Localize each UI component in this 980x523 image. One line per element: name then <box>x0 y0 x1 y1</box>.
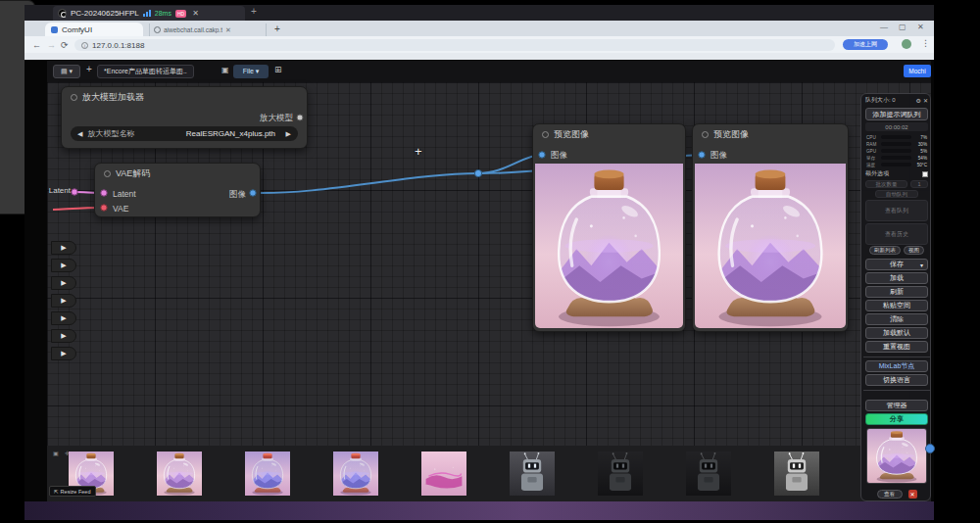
reload-icon[interactable]: ⟳ <box>61 40 69 50</box>
monitor-label: CPU <box>866 135 879 140</box>
bookmarks-strip <box>24 53 934 60</box>
collapse-dot-icon[interactable] <box>702 131 709 138</box>
site-info-icon[interactable]: i <box>81 42 88 49</box>
window-minimize-button[interactable]: — <box>880 23 888 31</box>
mixlab-nodes-button[interactable]: MixLab节点 <box>865 360 928 372</box>
next-arrow-icon[interactable]: ▶ <box>286 130 291 138</box>
refresh-button[interactable]: 刷新 <box>865 286 928 298</box>
auto-queue-label[interactable]: 自动队列 <box>875 190 918 198</box>
switch-language-button[interactable]: 切换语言 <box>865 374 928 386</box>
view-queue-panel[interactable]: 查看队列 <box>865 200 928 221</box>
feed-thumbnail[interactable] <box>686 452 731 496</box>
extra-options-row[interactable]: 额外选项 <box>865 169 928 178</box>
prev-arrow-icon[interactable]: ◀ <box>77 130 82 138</box>
refresh-list-button[interactable]: 刷新列表 <box>869 246 901 255</box>
node-preview-image-1[interactable]: 预览图像 图像 <box>532 123 686 332</box>
tab-title: aiwebchat.cail.cakp.t <box>164 26 222 33</box>
close-icon[interactable]: ✕ <box>923 97 928 104</box>
queue-prompt-button[interactable]: 添加提示词队列 <box>865 108 928 120</box>
reset-view-button[interactable]: 重置视图 <box>865 341 928 353</box>
node-vae-decode[interactable]: VAE解码 Latent VAE 图像 <box>94 163 261 217</box>
feed-thumbnail[interactable] <box>598 452 643 496</box>
mochi-badge[interactable]: Mochi <box>904 65 931 77</box>
feed-thumbnail[interactable] <box>774 452 819 496</box>
model-name-combo-widget[interactable]: ◀ 放大模型名称 RealESRGAN_x4plus.pth ▶ <box>71 126 298 141</box>
clipspace-button[interactable]: 粘贴空间 <box>865 300 928 311</box>
browser-menu-icon[interactable]: ⋮ <box>921 38 930 48</box>
hd-quality-badge[interactable]: HD <box>175 10 186 18</box>
latest-output-thumbnail[interactable] <box>866 428 927 484</box>
collapse-dot-icon[interactable] <box>71 94 77 101</box>
profile-avatar[interactable] <box>902 39 911 49</box>
save-workflow-icon[interactable]: ▣ <box>221 66 229 74</box>
clear-button[interactable]: 清除 <box>865 313 928 325</box>
widget-next-arrow[interactable]: ▶ <box>51 294 76 308</box>
back-icon[interactable]: ← <box>32 40 41 50</box>
node-upscale-model-loader[interactable]: 放大模型加载器 放大模型 ◀ 放大模型名称 RealESRGAN_x4plus.… <box>61 86 308 149</box>
chevron-down-icon[interactable]: ▾ <box>920 262 923 268</box>
gear-icon[interactable]: ⚙ <box>916 97 921 104</box>
widget-next-arrow[interactable]: ▶ <box>51 347 76 360</box>
workflow-name: *Encore产品草图转运单图.. <box>104 67 187 76</box>
collapse-dot-icon[interactable] <box>104 170 111 177</box>
layout-grid-icon[interactable]: ⊞ <box>274 65 282 74</box>
load-button[interactable]: 加载 <box>865 272 928 284</box>
preview-image-jar[interactable] <box>535 164 683 328</box>
queue-size-label: 队列大小: 0 <box>865 96 896 105</box>
node-preview-image-2[interactable]: 预览图像 图像 <box>692 123 849 332</box>
window-close-button[interactable]: ✕ <box>917 23 924 31</box>
load-default-button[interactable]: 加载默认 <box>865 327 928 339</box>
resize-feed-handle[interactable]: ⇱ Resize Feed <box>49 486 96 497</box>
collapse-dot-icon[interactable] <box>542 131 549 138</box>
extra-options-checkbox[interactable] <box>922 171 928 177</box>
node-title-bar[interactable]: 放大模型加载器 <box>62 87 307 107</box>
comfy-menu-panel[interactable]: 队列大小: 0 ⚙ ✕ 添加提示词队列 00:00:02 CPU 7% RAM … <box>860 93 931 501</box>
address-bar[interactable]: i 127.0.0.1:8188 <box>74 39 835 51</box>
workflow-folder-button[interactable]: ▤ ▾ <box>53 65 80 78</box>
feed-thumbnail[interactable] <box>421 452 466 496</box>
drag-handle[interactable] <box>925 444 935 453</box>
feed-thumbnail[interactable] <box>510 452 555 496</box>
remote-session-tab[interactable]: PC-20240625HFPL 28ms HD ✕ <box>53 6 245 21</box>
browser-tab-secondary[interactable]: aiwebchat.cail.cakp.t ✕ <box>149 24 267 36</box>
file-menu-button[interactable]: File ▾ <box>233 65 269 78</box>
windows-taskbar <box>24 501 934 520</box>
preview-image-jar[interactable] <box>695 164 846 328</box>
feed-thumbnail[interactable] <box>157 452 202 496</box>
gallery-close-icon[interactable]: ✕ <box>908 490 917 499</box>
monitor-row-ram: RAM 30% <box>866 141 927 147</box>
remote-new-tab-button[interactable]: + <box>251 6 257 17</box>
batch-count-value[interactable]: 1 <box>910 180 928 188</box>
manager-button[interactable]: 管理器 <box>865 400 928 411</box>
feed-thumbnail[interactable] <box>245 452 290 496</box>
node-title-bar[interactable]: 预览图像 <box>693 124 848 144</box>
share-button[interactable]: 分享 <box>865 413 928 425</box>
close-tab-icon[interactable]: ✕ <box>225 26 231 34</box>
widget-next-arrow[interactable]: ▶ <box>51 329 76 343</box>
vpn-extension-button[interactable]: 加速上网 <box>843 39 888 50</box>
feed-thumbnail[interactable] <box>333 452 378 496</box>
menu-header[interactable]: 队列大小: 0 ⚙ ✕ <box>865 96 928 105</box>
folder-icon: ▤ <box>61 68 68 75</box>
widget-next-arrow[interactable]: ▶ <box>51 311 76 325</box>
save-button[interactable]: 保存 ▾ <box>865 259 928 270</box>
view-button[interactable]: 视图 <box>904 246 924 255</box>
browser-new-tab-button[interactable]: + <box>274 24 280 34</box>
node-title-bar[interactable]: 预览图像 <box>533 124 685 144</box>
auto-queue-row[interactable]: 自动队列 <box>865 190 928 198</box>
monitor-value: 5% <box>913 149 927 154</box>
workflow-tab[interactable]: *Encore产品草图转运单图.. <box>97 65 194 78</box>
batch-count-row[interactable]: 批次数量 1 <box>865 180 928 188</box>
close-session-icon[interactable]: ✕ <box>192 9 199 18</box>
widget-next-arrow[interactable]: ▶ <box>51 259 76 272</box>
window-maximize-button[interactable]: ▢ <box>899 23 906 31</box>
new-workflow-button[interactable]: + <box>86 64 92 74</box>
widget-next-arrow[interactable]: ▶ <box>51 276 76 290</box>
view-history-panel[interactable]: 查看历史 <box>865 223 928 245</box>
browser-tab-comfyui[interactable]: ComfyUI <box>45 23 143 36</box>
forward-icon[interactable]: → <box>47 40 56 50</box>
node-title-bar[interactable]: VAE解码 <box>95 164 260 183</box>
widget-next-arrow[interactable]: ▶ <box>51 241 76 255</box>
gallery-view-button[interactable]: 查看 <box>877 490 903 499</box>
feed-settings-icon[interactable]: ▣ <box>53 450 59 456</box>
